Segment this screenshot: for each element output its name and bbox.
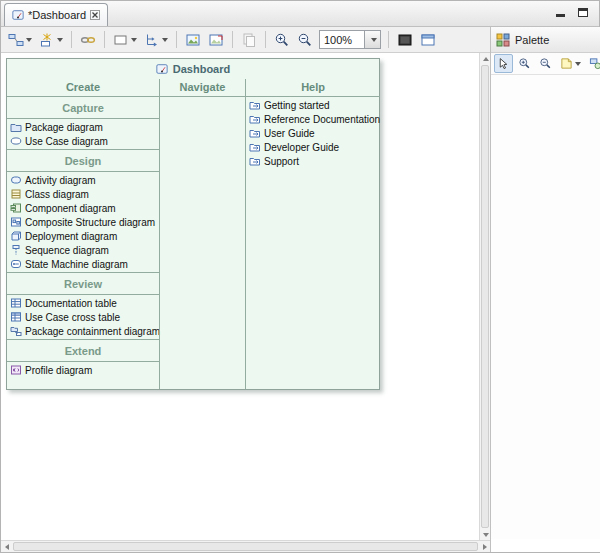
- palette-select-tool[interactable]: [494, 54, 513, 73]
- dashboard-item-profile-diagram[interactable]: Profile diagram: [7, 363, 159, 377]
- dashboard-item-support[interactable]: Support: [246, 154, 380, 168]
- scroll-right-button[interactable]: [479, 541, 490, 552]
- state-machine-diagram-icon: [10, 258, 22, 270]
- dashboard-item-label: Support: [264, 156, 299, 167]
- dropdown-arrow-icon: [26, 38, 32, 42]
- dashboard-item-use-case-diagram[interactable]: Use Case diagram: [7, 134, 159, 148]
- dashboard-item-getting-started[interactable]: Getting started: [246, 98, 380, 112]
- open-folder-icon: [249, 99, 261, 111]
- deployment-diagram-icon: [10, 230, 22, 242]
- composite-structure-diagram-icon: [10, 216, 22, 228]
- dashboard-item-label: Sequence diagram: [25, 245, 109, 256]
- dashboard-item-label: Use Case diagram: [25, 136, 108, 147]
- design-items: Activity diagram Class diagram Component…: [7, 172, 159, 272]
- new-diagram-icon: [8, 32, 24, 48]
- scroll-up-button[interactable]: [480, 53, 491, 64]
- vertical-scrollbar-thumb[interactable]: [481, 65, 489, 528]
- import-image-icon: [208, 32, 224, 48]
- dashboard-item-activity-diagram[interactable]: Activity diagram: [7, 173, 159, 187]
- new-diagram-dropdown-button[interactable]: [5, 29, 35, 50]
- dashboard-title: Dashboard: [173, 63, 230, 75]
- open-folder-icon: [249, 113, 261, 125]
- shapes-icon: [589, 57, 600, 70]
- package-containment-diagram-icon: [10, 325, 22, 337]
- diagram-toolbar: 100%: [1, 27, 490, 53]
- dashboard-item-class-diagram[interactable]: Class diagram: [7, 187, 159, 201]
- diagram-window-button[interactable]: [417, 29, 439, 50]
- dashboard-item-label: Reference Documentation: [264, 114, 380, 125]
- zoom-in-button[interactable]: [271, 29, 293, 50]
- copy-button-disabled: [238, 29, 260, 50]
- open-folder-icon: [249, 127, 261, 139]
- zoom-level-combo[interactable]: 100%: [319, 30, 381, 49]
- dashboard-item-composite-structure-diagram[interactable]: Composite Structure diagram: [7, 215, 159, 229]
- dashboard-item-component-diagram[interactable]: Component diagram: [7, 201, 159, 215]
- maximize-button[interactable]: [576, 6, 589, 17]
- zoom-level-value[interactable]: 100%: [319, 30, 365, 49]
- dashboard-item-developer-guide[interactable]: Developer Guide: [246, 140, 380, 154]
- shape-icon: [113, 32, 129, 48]
- toolbar-separator: [71, 31, 72, 48]
- horizontal-scrollbar-thumb[interactable]: [13, 542, 478, 551]
- copy-icon: [241, 32, 257, 48]
- dashboard-item-deployment-diagram[interactable]: Deployment diagram: [7, 229, 159, 243]
- dashboard-item-label: User Guide: [264, 128, 315, 139]
- dashboard-item-reference-documentation[interactable]: Reference Documentation: [246, 112, 380, 126]
- scroll-down-button[interactable]: [480, 529, 491, 540]
- open-folder-icon: [249, 155, 261, 167]
- dashboard-column-navigate: Navigate: [159, 79, 245, 389]
- note-icon: [560, 57, 573, 70]
- dashboard-item-state-machine-diagram[interactable]: State Machine diagram: [7, 257, 159, 271]
- dashboard-item-label: Composite Structure diagram: [25, 217, 155, 228]
- hyperlink-button[interactable]: [77, 29, 99, 50]
- dashboard-column-help: Help Getting started Reference Documenta…: [245, 79, 380, 389]
- palette-body[interactable]: [491, 75, 600, 539]
- tab-title: *Dashboard: [28, 9, 86, 21]
- palette-zoom-out-tool[interactable]: [536, 54, 555, 73]
- dashboard-item-label: Class diagram: [25, 189, 89, 200]
- palette-header[interactable]: Palette: [491, 27, 600, 53]
- minimize-button[interactable]: [554, 6, 567, 17]
- palette-zoom-in-tool[interactable]: [515, 54, 534, 73]
- application-window: *Dashboard: [0, 0, 600, 553]
- scroll-left-button[interactable]: [1, 541, 12, 552]
- extend-header: Extend: [7, 339, 159, 362]
- dropdown-arrow-icon: [131, 38, 137, 42]
- dropdown-arrow-icon: [575, 62, 581, 66]
- capture-header: Capture: [7, 97, 159, 119]
- dropdown-arrow-icon: [162, 38, 168, 42]
- dashboard-item-documentation-table[interactable]: Documentation table: [7, 296, 159, 310]
- dashboard-item-sequence-diagram[interactable]: Sequence diagram: [7, 243, 159, 257]
- arrange-dropdown-button[interactable]: [141, 29, 171, 50]
- dashboard-column-create: Create Capture Package diagram: [7, 79, 159, 389]
- console-view-button[interactable]: [394, 29, 416, 50]
- tab-dashboard[interactable]: *Dashboard: [4, 3, 108, 26]
- diagram-canvas[interactable]: Dashboard Create Capture Package d: [1, 53, 479, 540]
- dashboard-icon: [156, 63, 168, 75]
- zoom-out-button[interactable]: [294, 29, 316, 50]
- dashboard-item-use-case-cross-table[interactable]: Use Case cross table: [7, 310, 159, 324]
- new-element-dropdown-button[interactable]: [36, 29, 66, 50]
- export-image-button[interactable]: [182, 29, 204, 50]
- design-header: Design: [7, 149, 159, 172]
- diagram-window-icon: [420, 32, 436, 48]
- zoom-level-dropdown-button[interactable]: [365, 30, 381, 49]
- dashboard-item-package-diagram[interactable]: Package diagram: [7, 120, 159, 134]
- vertical-scrollbar[interactable]: [479, 53, 490, 540]
- palette-note-tool[interactable]: [557, 54, 584, 73]
- profile-diagram-icon: [10, 364, 22, 376]
- palette-toolbar: [491, 53, 600, 75]
- help-items: Getting started Reference Documentation …: [246, 97, 380, 169]
- import-image-button[interactable]: [205, 29, 227, 50]
- dashboard-item-package-containment-diagram[interactable]: Package containment diagram: [7, 324, 159, 338]
- palette-bottom-bar: [491, 539, 600, 552]
- dashboard-item-label: Deployment diagram: [25, 231, 117, 242]
- dashboard-item-user-guide[interactable]: User Guide: [246, 126, 380, 140]
- new-element-icon: [39, 32, 55, 48]
- sequence-diagram-icon: [10, 244, 22, 256]
- palette-shapes-tool[interactable]: [586, 54, 600, 73]
- horizontal-scrollbar[interactable]: [1, 540, 490, 552]
- shape-dropdown-button[interactable]: [110, 29, 140, 50]
- dashboard-panel: Dashboard Create Capture Package d: [6, 58, 380, 390]
- tab-close-icon[interactable]: [90, 10, 100, 20]
